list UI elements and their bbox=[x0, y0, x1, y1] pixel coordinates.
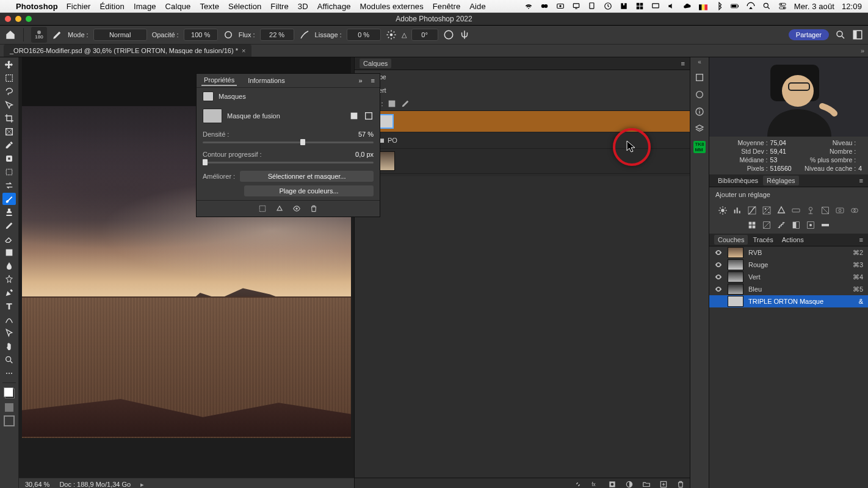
panel-menu-icon[interactable]: ≡ bbox=[859, 177, 863, 184]
menubar-date[interactable]: Mer. 3 août bbox=[794, 2, 834, 11]
visibility-icon[interactable] bbox=[714, 297, 723, 306]
wifi-menubar-icon[interactable] bbox=[524, 2, 533, 10]
path-tool-icon[interactable] bbox=[2, 314, 16, 326]
gradient-map-icon[interactable] bbox=[820, 220, 830, 230]
selective-color-icon[interactable] bbox=[806, 220, 816, 230]
visibility-icon[interactable] bbox=[714, 273, 723, 281]
dock-adjust-icon[interactable] bbox=[695, 90, 704, 99]
layer-row-group-1[interactable]: ▸ bbox=[355, 111, 690, 132]
crop-tool-icon[interactable] bbox=[2, 112, 16, 124]
volume-menubar-icon[interactable] bbox=[667, 2, 676, 10]
layers-tab[interactable]: Calques bbox=[360, 59, 391, 68]
opacity-input[interactable]: 100 % bbox=[184, 29, 218, 41]
lock-brush-icon[interactable] bbox=[400, 99, 410, 109]
cc-menubar-icon[interactable] bbox=[540, 2, 549, 10]
dock-expand-icon[interactable]: « bbox=[698, 59, 701, 65]
traces-tab[interactable]: Tracés bbox=[749, 235, 776, 245]
pixel-mask-icon[interactable] bbox=[349, 111, 359, 121]
color-range-button[interactable]: Plage de couleurs... bbox=[244, 185, 374, 196]
puzzle-menubar-icon[interactable] bbox=[620, 2, 628, 10]
vibrance-icon[interactable] bbox=[776, 206, 786, 215]
doc-info-arrow-icon[interactable]: ▸ bbox=[140, 481, 144, 489]
rec-menubar-icon[interactable] bbox=[556, 2, 565, 10]
clock-menubar-icon[interactable] bbox=[604, 2, 612, 10]
exposure-icon[interactable] bbox=[762, 206, 772, 215]
pressure-opacity-icon[interactable] bbox=[223, 29, 234, 40]
libraries-tab[interactable]: Bibliothèques bbox=[714, 176, 762, 185]
brightness-icon[interactable] bbox=[718, 206, 728, 215]
quickmask-icon[interactable] bbox=[5, 403, 13, 412]
grid4-menubar-icon[interactable] bbox=[635, 2, 644, 10]
swap-tool-icon[interactable] bbox=[2, 179, 16, 192]
panel-collapse-icon[interactable]: » bbox=[358, 77, 362, 84]
tab-close-icon[interactable]: × bbox=[242, 47, 245, 54]
lookup-icon[interactable] bbox=[747, 220, 757, 230]
fx-icon[interactable]: fx bbox=[591, 480, 599, 488]
flow-input[interactable]: 22 % bbox=[260, 29, 294, 41]
smoothing-input[interactable]: 0 % bbox=[347, 29, 381, 41]
search-menubar-icon[interactable] bbox=[762, 2, 771, 10]
layer-row-group-2[interactable]: ▸ PO bbox=[355, 132, 690, 149]
app-name[interactable]: Photoshop bbox=[16, 2, 58, 11]
levels-icon[interactable] bbox=[732, 206, 742, 215]
visibility-icon[interactable] bbox=[714, 285, 723, 293]
load-selection-icon[interactable] bbox=[258, 204, 267, 213]
flag-be-icon[interactable] bbox=[699, 3, 707, 9]
bluetooth-menubar-icon[interactable] bbox=[715, 2, 723, 10]
channel-triple-orton[interactable]: TRIPLE ORTON Masque & bbox=[709, 295, 868, 307]
home-icon[interactable] bbox=[5, 29, 16, 40]
frame-tool-icon[interactable] bbox=[2, 126, 16, 138]
menu-edit[interactable]: Édition bbox=[100, 2, 125, 11]
menu-file[interactable]: Fichier bbox=[67, 2, 91, 11]
zoom-level[interactable]: 30,64 % bbox=[25, 481, 49, 488]
delete-mask-icon[interactable] bbox=[309, 204, 318, 213]
note-menubar-icon[interactable] bbox=[588, 2, 596, 10]
adjustment-new-icon[interactable] bbox=[625, 480, 634, 488]
trash-icon[interactable] bbox=[676, 480, 685, 488]
panel-menu-icon[interactable]: ≡ bbox=[859, 236, 863, 243]
battery-menubar-icon[interactable] bbox=[731, 2, 739, 10]
menu-filter[interactable]: Filtre bbox=[270, 2, 289, 11]
history-brush-tool-icon[interactable] bbox=[2, 220, 16, 232]
layer-row-image[interactable] bbox=[355, 149, 690, 174]
channel-green[interactable]: Vert ⌘4 bbox=[709, 271, 868, 283]
mask-thumb[interactable] bbox=[203, 109, 222, 123]
group-new-icon[interactable] bbox=[642, 480, 651, 488]
layers-panel-menu-icon[interactable]: ≡ bbox=[681, 60, 685, 67]
angle-input[interactable]: 0° bbox=[411, 29, 438, 41]
color-swatch[interactable] bbox=[2, 386, 16, 400]
more-tools-icon[interactable] bbox=[2, 367, 16, 379]
posterize-icon[interactable] bbox=[776, 220, 786, 230]
menu-plugins[interactable]: Modules externes bbox=[360, 2, 424, 11]
visibility-icon[interactable] bbox=[714, 248, 723, 257]
heal-tool-icon[interactable] bbox=[2, 152, 16, 165]
select-and-mask-button[interactable]: Sélectionner et masquer... bbox=[240, 171, 374, 182]
curves-icon[interactable] bbox=[747, 206, 757, 215]
dodge-tool-icon[interactable] bbox=[2, 273, 16, 285]
menu-3d[interactable]: 3D bbox=[298, 2, 308, 11]
menubar-time[interactable]: 12:09 bbox=[842, 2, 862, 11]
mode-select[interactable]: Normal bbox=[93, 29, 147, 41]
vector-mask-icon[interactable] bbox=[364, 111, 374, 121]
density-slider[interactable] bbox=[203, 142, 374, 143]
pressure-size-icon[interactable] bbox=[443, 29, 454, 40]
cloud-menubar-icon[interactable] bbox=[683, 2, 692, 10]
apply-icon[interactable] bbox=[275, 204, 284, 213]
quick-select-tool-icon[interactable] bbox=[2, 99, 16, 111]
eyedropper-tool-icon[interactable] bbox=[2, 139, 16, 151]
zoom-tool-icon[interactable] bbox=[2, 354, 16, 366]
menu-window[interactable]: Fenêtre bbox=[433, 2, 461, 11]
screenmode-icon[interactable] bbox=[4, 415, 15, 426]
bw-icon[interactable] bbox=[820, 206, 830, 215]
dock-info-icon[interactable] bbox=[695, 107, 704, 117]
colorbalance-icon[interactable] bbox=[806, 206, 816, 215]
panel-menu-icon[interactable]: ≡ bbox=[371, 77, 375, 84]
channel-rvb[interactable]: RVB ⌘2 bbox=[709, 246, 868, 259]
menu-type[interactable]: Texte bbox=[200, 2, 219, 11]
eraser-tool-icon[interactable] bbox=[2, 233, 16, 245]
dock-layers-icon[interactable] bbox=[695, 124, 704, 134]
threshold-icon[interactable] bbox=[791, 220, 801, 230]
invert-icon[interactable] bbox=[762, 220, 772, 230]
share-button[interactable]: Partager bbox=[789, 29, 829, 40]
lasso-tool-icon[interactable] bbox=[2, 85, 16, 98]
